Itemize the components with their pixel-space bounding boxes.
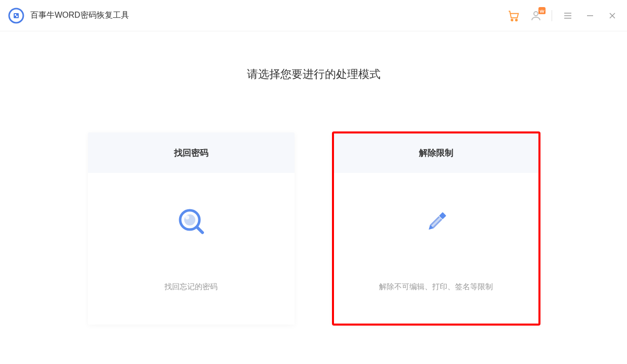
header-divider — [552, 10, 552, 21]
card-header: 解除限制 — [333, 132, 539, 173]
cart-icon[interactable] — [507, 9, 520, 22]
svg-point-5 — [516, 19, 517, 21]
app-logo — [8, 8, 24, 24]
card-remove-restriction[interactable]: 解除限制 解除不可编辑、打印、签名等限制 — [333, 132, 539, 325]
card-body: 解除不可编辑、打印、签名等限制 — [333, 173, 539, 325]
svg-rect-2 — [15, 14, 16, 16]
main-heading: 请选择您要进行的处理模式 — [0, 67, 627, 82]
pencil-icon — [421, 206, 451, 237]
card-description: 解除不可编辑、打印、签名等限制 — [379, 282, 493, 292]
card-body: 找回忘记的密码 — [88, 173, 295, 325]
user-badge — [538, 7, 546, 13]
card-title: 找回密码 — [174, 147, 208, 159]
svg-point-6 — [534, 12, 538, 16]
card-title: 解除限制 — [419, 147, 453, 159]
minimize-icon[interactable] — [583, 9, 597, 22]
header-left: 百事牛WORD密码恢复工具 — [8, 8, 129, 24]
window-controls — [561, 9, 619, 22]
menu-icon[interactable] — [561, 9, 574, 22]
svg-rect-3 — [16, 16, 18, 17]
svg-point-16 — [185, 215, 189, 219]
main: 请选择您要进行的处理模式 找回密码 找回忘记的密码 — [0, 31, 627, 325]
header: 百事牛WORD密码恢复工具 — [0, 0, 627, 31]
magnify-icon — [176, 206, 206, 237]
svg-line-17 — [197, 228, 202, 233]
cards-container: 找回密码 找回忘记的密码 解除限制 — [0, 132, 627, 325]
card-description: 找回忘记的密码 — [164, 282, 218, 292]
header-right — [507, 9, 619, 22]
app-title: 百事牛WORD密码恢复工具 — [30, 10, 129, 21]
close-icon[interactable] — [606, 9, 619, 22]
card-header: 找回密码 — [88, 132, 295, 173]
svg-point-4 — [511, 19, 513, 21]
user-icon[interactable] — [529, 9, 542, 22]
card-recover-password[interactable]: 找回密码 找回忘记的密码 — [88, 132, 295, 325]
